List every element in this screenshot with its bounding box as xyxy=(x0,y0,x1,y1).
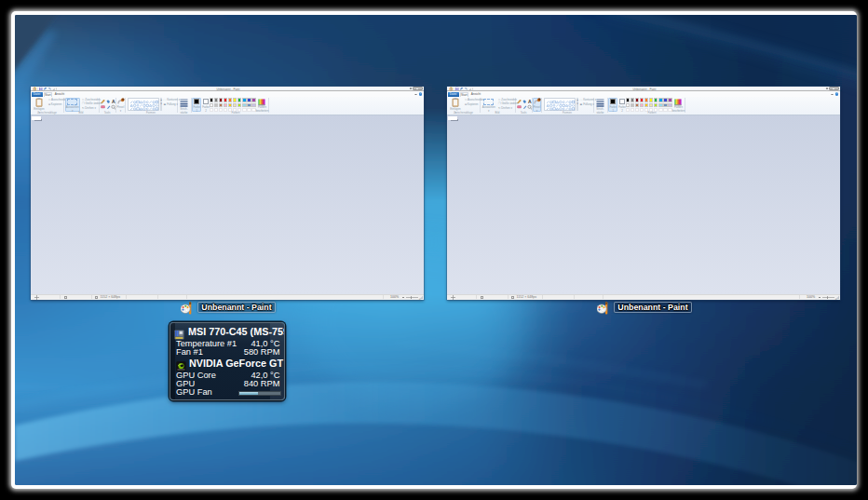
svg-text:A: A xyxy=(528,99,532,104)
svg-text:A: A xyxy=(112,99,115,104)
